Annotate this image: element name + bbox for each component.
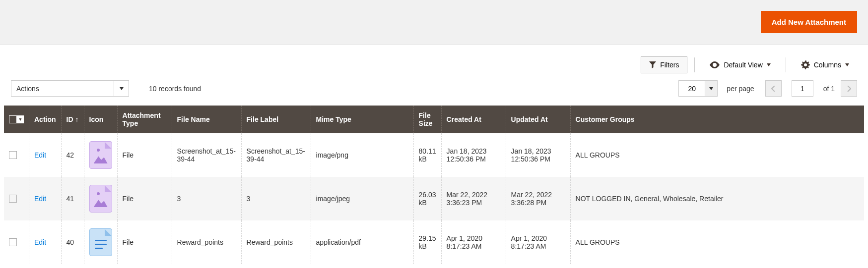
row-checkbox-cell — [4, 220, 29, 264]
col-created-at[interactable]: Created At — [441, 106, 506, 133]
actions-label: Actions — [11, 85, 114, 93]
col-customer-groups[interactable]: Customer Groups — [570, 106, 864, 133]
page-size-dropdown[interactable] — [705, 80, 718, 97]
mime-cell: application/pdf — [311, 220, 413, 264]
row-checkbox[interactable] — [9, 195, 17, 203]
file_name-cell: 3 — [172, 177, 241, 220]
select-all-dropdown[interactable]: ▼ — [17, 115, 24, 123]
columns-button[interactable]: Columns — [793, 56, 857, 73]
records-found: 10 records found — [149, 85, 201, 93]
groups-cell: ALL GROUPS — [570, 133, 864, 177]
mime-cell: image/jpeg — [311, 177, 413, 220]
col-file-size[interactable]: File Size — [413, 106, 441, 133]
page-size-input[interactable] — [678, 80, 705, 97]
created-cell: Mar 22, 2022 3:36:23 PM — [441, 177, 506, 220]
size-cell: 29.15 kB — [413, 220, 441, 264]
current-page-input[interactable] — [792, 80, 813, 97]
caret-down-icon — [767, 63, 771, 66]
mime-cell: image/png — [311, 133, 413, 177]
prev-page-button[interactable] — [765, 80, 782, 97]
default-view-button[interactable]: Default View — [702, 57, 778, 73]
right-controls: per page of 1 — [678, 80, 857, 97]
grid-header-row: ▼ Action ID↑ Icon Attachment Type File N… — [4, 106, 864, 133]
action-cell: Edit — [29, 133, 62, 177]
next-page-button[interactable] — [841, 80, 857, 97]
updated-cell: Mar 22, 2022 3:36:28 PM — [506, 177, 570, 220]
icon-cell — [84, 177, 117, 220]
file_name-cell: Screenshot_at_15-39-44 — [172, 133, 241, 177]
size-cell: 26.03 kB — [413, 177, 441, 220]
id-cell: 40 — [61, 220, 84, 264]
col-mime-type[interactable]: Mime Type — [311, 106, 413, 133]
total-pages: of 1 — [823, 85, 835, 93]
select-all-header[interactable]: ▼ — [4, 106, 29, 133]
sort-asc-icon: ↑ — [75, 115, 79, 123]
row-checkbox-cell — [4, 177, 29, 220]
add-new-attachment-button[interactable]: Add New Attachment — [761, 11, 857, 33]
col-updated-at[interactable]: Updated At — [506, 106, 570, 133]
groups-cell: NOT LOGGED IN, General, Wholesale, Retai… — [570, 177, 864, 220]
header-bar: Add New Attachment — [0, 0, 868, 45]
table-row[interactable]: Edit41File33image/jpeg26.03 kBMar 22, 20… — [4, 177, 864, 220]
action-cell: Edit — [29, 177, 62, 220]
actions-dropdown-arrow[interactable] — [114, 81, 129, 96]
image-file-icon — [89, 141, 112, 169]
select-all-checkbox[interactable] — [9, 115, 17, 123]
controls-row: Actions 10 records found per page of 1 — [0, 73, 868, 104]
per-page-label: per page — [727, 85, 754, 93]
col-file-label[interactable]: File Label — [241, 106, 311, 133]
id-cell: 41 — [61, 177, 84, 220]
row-checkbox[interactable] — [9, 151, 17, 159]
col-attachment-type[interactable]: Attachment Type — [117, 106, 172, 133]
filters-button[interactable]: Filters — [641, 56, 687, 73]
type-cell: File — [117, 177, 172, 220]
left-controls: Actions 10 records found — [11, 80, 201, 97]
file_label-cell: Screenshot_at_15-39-44 — [241, 133, 311, 177]
created-cell: Apr 1, 2020 8:17:23 AM — [441, 220, 506, 264]
divider — [786, 57, 786, 72]
action-cell: Edit — [29, 220, 62, 264]
funnel-icon — [649, 61, 656, 68]
size-cell: 80.11 kB — [413, 133, 441, 177]
updated-cell: Jan 18, 2023 12:50:36 PM — [506, 133, 570, 177]
chevron-right-icon — [847, 86, 851, 92]
filters-label: Filters — [660, 61, 679, 69]
edit-link[interactable]: Edit — [34, 195, 46, 203]
document-file-icon — [89, 228, 112, 256]
actions-select[interactable]: Actions — [11, 80, 129, 97]
caret-down-icon — [709, 87, 713, 90]
col-id-label: ID — [67, 115, 73, 123]
type-cell: File — [117, 220, 172, 264]
col-icon[interactable]: Icon — [84, 106, 117, 133]
table-row[interactable]: Edit40FileReward_pointsReward_pointsappl… — [4, 220, 864, 264]
icon-cell — [84, 133, 117, 177]
row-checkbox[interactable] — [9, 238, 17, 246]
groups-cell: ALL GROUPS — [570, 220, 864, 264]
image-file-icon — [89, 185, 112, 213]
edit-link[interactable]: Edit — [34, 238, 46, 246]
divider — [694, 57, 695, 72]
file_label-cell: 3 — [241, 177, 311, 220]
gear-icon — [801, 60, 810, 69]
columns-label: Columns — [814, 61, 841, 69]
col-file-name[interactable]: File Name — [172, 106, 241, 133]
table-row[interactable]: Edit42FileScreenshot_at_15-39-44Screensh… — [4, 133, 864, 177]
icon-cell — [84, 220, 117, 264]
attachments-grid: ▼ Action ID↑ Icon Attachment Type File N… — [4, 106, 864, 264]
file_name-cell: Reward_points — [172, 220, 241, 264]
file_label-cell: Reward_points — [241, 220, 311, 264]
toolbar: Filters Default View Columns — [0, 45, 868, 73]
caret-down-icon — [120, 87, 124, 90]
updated-cell: Apr 1, 2020 8:17:23 AM — [506, 220, 570, 264]
chevron-left-icon — [771, 86, 775, 92]
type-cell: File — [117, 133, 172, 177]
col-id[interactable]: ID↑ — [61, 106, 84, 133]
created-cell: Jan 18, 2023 12:50:36 PM — [441, 133, 506, 177]
default-view-label: Default View — [724, 61, 762, 69]
eye-icon — [710, 61, 720, 68]
edit-link[interactable]: Edit — [34, 151, 46, 159]
caret-down-icon — [845, 63, 849, 66]
row-checkbox-cell — [4, 133, 29, 177]
col-action[interactable]: Action — [29, 106, 62, 133]
id-cell: 42 — [61, 133, 84, 177]
